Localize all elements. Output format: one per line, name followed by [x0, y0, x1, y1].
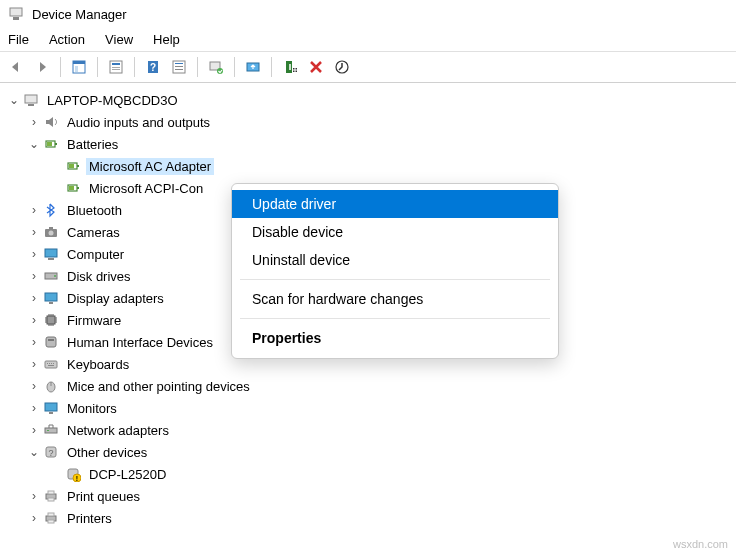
- collapse-icon[interactable]: ⌄: [26, 444, 42, 460]
- hid-icon: [42, 333, 60, 351]
- display-icon: [42, 289, 60, 307]
- network-icon: [42, 421, 60, 439]
- tree-item-print-queues[interactable]: › Print queues: [4, 485, 732, 507]
- help-button[interactable]: ?: [141, 55, 165, 79]
- svg-rect-24: [55, 143, 57, 145]
- app-icon: [8, 6, 24, 22]
- svg-rect-35: [45, 249, 57, 257]
- unknown-device-icon: !: [64, 465, 82, 483]
- expand-icon[interactable]: ›: [26, 334, 42, 350]
- battery-icon: [64, 179, 82, 197]
- svg-rect-65: [48, 520, 54, 523]
- svg-rect-64: [48, 513, 54, 516]
- printer-icon: [42, 509, 60, 527]
- svg-rect-45: [47, 363, 48, 364]
- svg-text:!: !: [76, 475, 78, 482]
- svg-rect-22: [28, 104, 34, 106]
- tree-item-printers[interactable]: › Printers: [4, 507, 732, 529]
- svg-rect-14: [175, 69, 183, 70]
- expand-icon[interactable]: ›: [26, 202, 42, 218]
- svg-rect-49: [48, 365, 54, 366]
- tree-label: Firmware: [64, 312, 124, 329]
- mouse-icon: [42, 377, 60, 395]
- disk-icon: [42, 267, 60, 285]
- svg-rect-18: [286, 61, 292, 73]
- ctx-separator: [240, 318, 550, 319]
- properties-button[interactable]: [104, 55, 128, 79]
- toolbar: ?: [0, 51, 736, 83]
- forward-button[interactable]: [30, 55, 54, 79]
- expand-icon[interactable]: ›: [26, 312, 42, 328]
- svg-rect-25: [47, 142, 52, 146]
- svg-rect-43: [48, 339, 54, 341]
- menu-action[interactable]: Action: [49, 32, 85, 47]
- tree-label: LAPTOP-MQBCDD3O: [44, 92, 181, 109]
- tree-item-mice[interactable]: › Mice and other pointing devices: [4, 375, 732, 397]
- tree-label: Cameras: [64, 224, 123, 241]
- collapse-icon[interactable]: ⌄: [6, 92, 22, 108]
- title-bar: Device Manager: [0, 0, 736, 28]
- menu-file[interactable]: File: [8, 32, 29, 47]
- tree-label: Microsoft AC Adapter: [86, 158, 214, 175]
- tree-item-other[interactable]: ⌄ ? Other devices: [4, 441, 732, 463]
- tree-label: Keyboards: [64, 356, 132, 373]
- collapse-icon[interactable]: ⌄: [26, 136, 42, 152]
- action-button[interactable]: [167, 55, 191, 79]
- svg-rect-53: [45, 428, 57, 433]
- monitor-icon: [42, 245, 60, 263]
- svg-rect-6: [112, 63, 120, 65]
- tree-label: Microsoft ACPI-Con: [86, 180, 206, 197]
- tree-label: Audio inputs and outputs: [64, 114, 213, 131]
- toolbar-separator: [197, 57, 198, 77]
- menu-view[interactable]: View: [105, 32, 133, 47]
- battery-icon: [42, 135, 60, 153]
- tree-item-dcp[interactable]: ! DCP-L2520D: [4, 463, 732, 485]
- svg-point-33: [49, 231, 54, 236]
- ctx-update-driver[interactable]: Update driver: [232, 190, 558, 218]
- tree-item-network[interactable]: › Network adapters: [4, 419, 732, 441]
- tree-item-ac-adapter[interactable]: Microsoft AC Adapter: [4, 155, 732, 177]
- svg-rect-3: [73, 61, 85, 64]
- tree-item-audio[interactable]: › Audio inputs and outputs: [4, 111, 732, 133]
- ctx-uninstall-device[interactable]: Uninstall device: [232, 246, 558, 274]
- expand-icon[interactable]: ›: [26, 224, 42, 240]
- uninstall-button[interactable]: [304, 55, 328, 79]
- expand-icon[interactable]: ›: [26, 378, 42, 394]
- ctx-scan-hardware[interactable]: Scan for hardware changes: [232, 285, 558, 313]
- tree-label: Network adapters: [64, 422, 172, 439]
- tree-root[interactable]: ⌄ LAPTOP-MQBCDD3O: [4, 89, 732, 111]
- watermark: wsxdn.com: [673, 538, 728, 550]
- expand-icon[interactable]: ›: [26, 114, 42, 130]
- menu-bar: File Action View Help: [0, 28, 736, 51]
- back-button[interactable]: [4, 55, 28, 79]
- svg-rect-47: [51, 363, 52, 364]
- expand-icon[interactable]: ›: [26, 268, 42, 284]
- svg-rect-0: [10, 8, 22, 16]
- scan-hardware-button[interactable]: [204, 55, 228, 79]
- bluetooth-icon: [42, 201, 60, 219]
- show-hide-console-button[interactable]: [67, 55, 91, 79]
- expand-icon[interactable]: ›: [26, 356, 42, 372]
- expand-icon[interactable]: ›: [26, 488, 42, 504]
- tree-item-batteries[interactable]: ⌄ Batteries: [4, 133, 732, 155]
- expand-icon[interactable]: ›: [26, 510, 42, 526]
- menu-help[interactable]: Help: [153, 32, 180, 47]
- svg-rect-34: [49, 227, 53, 229]
- update-driver-button[interactable]: [241, 55, 265, 79]
- tree-label: DCP-L2520D: [86, 466, 169, 483]
- svg-rect-13: [175, 66, 183, 67]
- svg-text:?: ?: [150, 62, 156, 73]
- tree-item-monitors[interactable]: › Monitors: [4, 397, 732, 419]
- expand-icon[interactable]: ›: [26, 400, 42, 416]
- other-icon: ?: [42, 443, 60, 461]
- ctx-disable-device[interactable]: Disable device: [232, 218, 558, 246]
- disable-button[interactable]: [278, 55, 302, 79]
- svg-rect-8: [112, 69, 120, 70]
- expand-icon[interactable]: ›: [26, 422, 42, 438]
- expand-icon[interactable]: ›: [26, 290, 42, 306]
- tree-label: Human Interface Devices: [64, 334, 216, 351]
- add-legacy-button[interactable]: [330, 55, 354, 79]
- ctx-properties[interactable]: Properties: [232, 324, 558, 352]
- expand-icon[interactable]: ›: [26, 246, 42, 262]
- printer-icon: [42, 487, 60, 505]
